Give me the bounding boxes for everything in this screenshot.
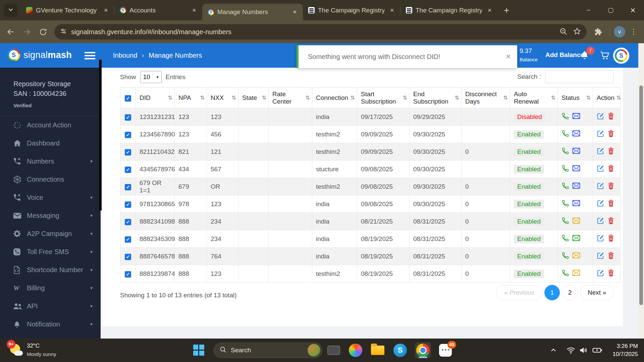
phone-status-icon[interactable] [561,252,569,261]
bookmark-star-icon[interactable] [573,27,581,37]
envelope-status-icon[interactable] [572,147,580,156]
breadcrumb-manage-numbers[interactable]: Manage Numbers [149,52,202,59]
tab-close-icon[interactable]: ✕ [388,7,396,14]
tab-close-icon[interactable]: ✕ [290,8,299,16]
tab-search-button[interactable] [4,4,17,17]
phone-status-icon[interactable] [561,199,569,209]
account-logo[interactable] [613,48,629,64]
pagination-page-1[interactable]: 1 [544,285,560,300]
back-button[interactable] [3,24,18,39]
monitor-app-icon[interactable] [326,342,342,358]
sidebar-item-api[interactable]: API▾ [0,297,101,315]
search-highlight-image[interactable] [308,344,320,357]
envelope-status-icon[interactable] [572,235,580,243]
browser-tab[interactable]: GVenture Technology Pvt.✕ [21,0,114,20]
column-header[interactable]: NPA⇅ [175,87,207,108]
browser-tab[interactable]: Accounts✕ [114,0,202,20]
column-header[interactable]: Disconnect Days⇅ [462,87,510,108]
sort-icon[interactable]: ⇅ [503,95,508,101]
profile-avatar[interactable]: v [614,26,625,38]
sort-icon[interactable]: ⇅ [168,95,172,101]
envelope-status-icon[interactable] [572,182,580,191]
sidebar-item-numbers[interactable]: Numbers▾ [0,152,101,170]
row-checkbox[interactable]: ✓ [125,132,131,138]
phone-status-icon[interactable] [561,130,569,139]
row-checkbox[interactable]: ✓ [125,271,131,278]
sidebar-item-connections[interactable]: Connections [0,170,101,188]
file-explorer-icon[interactable] [370,342,386,358]
taskbar-clock[interactable]: 3:26 PM 10/7/2025 [612,342,638,358]
column-header[interactable]: Auto Renewal⇅ [510,87,558,108]
tab-close-icon[interactable]: ✕ [102,7,110,14]
window-minimize-button[interactable]: − [578,0,600,20]
row-checkbox[interactable]: ✓ [125,254,131,260]
delete-icon[interactable] [607,217,614,226]
delete-icon[interactable] [607,234,614,244]
edit-icon[interactable] [597,165,604,174]
delete-icon[interactable] [607,147,614,157]
weather-condition[interactable]: Mostly sunny [27,351,56,357]
column-header[interactable]: End Subscription⇅ [410,87,462,108]
browser-tab[interactable]: The Campaign Registry -✕ [303,0,400,20]
row-checkbox[interactable]: ✓ [125,219,131,225]
forward-button[interactable] [19,24,34,39]
page-scrollbar-track[interactable] [638,43,644,339]
row-checkbox[interactable]: ✓ [125,201,131,208]
pagination-previous-button[interactable]: « Previous [496,285,542,300]
phone-status-icon[interactable] [561,147,569,157]
chrome-app-icon[interactable] [415,342,431,358]
phone-status-icon[interactable] [561,234,569,244]
window-restore-button[interactable] [600,0,622,20]
envelope-status-icon[interactable] [572,200,580,208]
start-button[interactable] [193,345,205,356]
edit-icon[interactable] [597,252,604,261]
show-hidden-icons-button[interactable] [549,339,557,362]
column-header[interactable]: Status⇅ [558,87,593,108]
sort-icon[interactable]: ⇅ [351,95,355,101]
envelope-status-icon[interactable] [572,165,580,173]
edit-icon[interactable] [597,130,604,139]
delete-icon[interactable] [607,165,614,174]
phone-status-icon[interactable] [561,182,569,191]
edit-icon[interactable] [597,182,604,191]
sidebar-item-toll-free-sms[interactable]: Toll Free SMS▾ [0,243,101,261]
colorful-app-icon[interactable] [347,342,364,358]
reload-button[interactable] [36,24,50,39]
sort-icon[interactable]: ⇅ [200,95,205,101]
sort-icon[interactable]: ⇅ [232,95,236,101]
edit-icon[interactable] [597,112,604,122]
sort-icon[interactable]: ⇅ [262,95,266,101]
sort-icon[interactable]: ⇅ [403,95,407,101]
pagination-page-2[interactable]: 2 [562,285,578,300]
pagination-next-button[interactable]: Next » [580,285,614,300]
phone-status-icon[interactable] [561,165,569,174]
signalmash-logo[interactable]: signalmash [7,49,72,61]
cart-icon[interactable] [600,51,610,61]
zoom-out-icon[interactable] [559,27,568,37]
column-header[interactable]: DID⇅ [136,87,175,108]
envelope-status-icon[interactable] [572,130,580,138]
browser-menu-icon[interactable]: ⋮ [627,27,641,36]
sort-icon[interactable]: ⇅ [616,95,621,101]
column-header[interactable]: State⇅ [238,87,269,108]
sidebar-item-voice[interactable]: Voice▾ [0,188,101,206]
tab-close-icon[interactable]: ✕ [190,7,198,14]
page-size-select[interactable]: 10 ▾ [140,71,162,83]
sort-icon[interactable]: ⇅ [455,95,459,101]
site-settings-icon[interactable] [60,27,67,36]
add-balance-button[interactable]: Add Balance [545,51,584,59]
page-scrollbar-thumb[interactable] [639,85,643,305]
select-all-checkbox[interactable]: ✓ [125,95,131,102]
sidebar-item-billing[interactable]: WBilling▾ [0,279,101,297]
delete-icon[interactable] [607,112,614,122]
hamburger-menu-icon[interactable] [85,52,95,59]
sidebar-item-account-action[interactable]: Account Action [0,116,101,134]
phone-status-icon[interactable] [561,269,569,279]
envelope-status-icon[interactable] [572,252,580,260]
sidebar-item-dashboard[interactable]: Dashboard [0,134,101,152]
tab-close-icon[interactable]: ✕ [485,7,494,14]
column-header[interactable]: Connection⇅ [312,87,357,108]
envelope-status-icon[interactable] [572,217,580,226]
delete-icon[interactable] [607,269,614,279]
browser-tab[interactable]: Manage Numbers✕ [202,4,303,20]
